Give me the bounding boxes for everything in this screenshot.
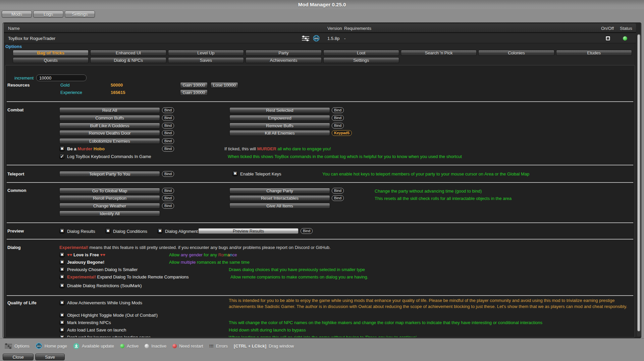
tab-enhanced-ui[interactable]: Enhanced UI xyxy=(90,50,166,56)
dialog-experimental-note: Experimental! means that this feature is… xyxy=(59,245,331,250)
experience-gain-button[interactable]: Gain 10000 xyxy=(180,90,208,96)
murder-hobo-bind-button[interactable]: Bind xyxy=(162,146,174,152)
preview-results-bind-button[interactable]: Bind xyxy=(301,228,313,234)
change-party-bind-button[interactable]: Bind xyxy=(332,188,344,194)
bag-of-tricks-panel: increment Resources Gold 50000 Gain 1000… xyxy=(5,65,635,338)
mod-name[interactable]: ToyBox for RogueTrader xyxy=(8,36,55,41)
scrollbar-thumb[interactable] xyxy=(637,34,640,331)
change-weather-button[interactable]: Change Weather xyxy=(59,203,160,209)
column-requirements[interactable]: Requirements xyxy=(344,26,371,31)
tab-party[interactable]: Party xyxy=(246,50,321,56)
tab-achievements[interactable]: Achievements xyxy=(246,57,321,63)
remove-deaths-door-bind-button[interactable]: Bind xyxy=(162,130,174,136)
tab-colonies[interactable]: Colonies xyxy=(478,50,554,56)
disable-dialog-restrictions-checkbox[interactable]: ✖ xyxy=(59,283,65,288)
vertical-scrollbar[interactable] xyxy=(637,34,641,337)
remove-buffs-bind-button[interactable]: Bind xyxy=(332,123,344,128)
gold-gain-button[interactable]: Gain 10000 xyxy=(180,82,208,88)
tab-etudes[interactable]: Etudes xyxy=(556,50,632,56)
need-restart-status-icon xyxy=(172,344,177,348)
tab-level-up[interactable]: Level Up xyxy=(168,50,244,56)
tab-quests[interactable]: Quests xyxy=(13,57,89,63)
lobotomize-enemies-button[interactable]: Lobotomize Enemies xyxy=(59,138,160,144)
jealousy-begone-checkbox[interactable]: ✖ xyxy=(59,259,65,265)
give-all-items-button[interactable]: Give All Items xyxy=(229,203,330,209)
reset-interactables-button[interactable]: Reset Interactables xyxy=(229,195,330,201)
tab-settings-inner[interactable]: Settings xyxy=(323,57,399,63)
tab-search-n-pick[interactable]: Search 'n Pick xyxy=(401,50,477,56)
reroll-perception-button[interactable]: Reroll Perception xyxy=(59,195,160,201)
empowered-button[interactable]: Empowered xyxy=(229,115,330,121)
reset-interactables-bind-button[interactable]: Bind xyxy=(332,195,344,201)
increment-input[interactable] xyxy=(36,74,87,81)
rest-all-button[interactable]: Rest All xyxy=(59,107,160,113)
mod-onoff-toggle[interactable] xyxy=(605,36,610,41)
mod-options-sliders-icon[interactable] xyxy=(302,36,309,41)
column-status: Status xyxy=(620,26,632,31)
column-version[interactable]: Version xyxy=(327,26,342,31)
gold-lose-button[interactable]: Lose 10000 xyxy=(211,82,238,88)
tab-dialog-npcs[interactable]: Dialog & NPCs xyxy=(90,57,166,63)
disable-dialog-restrictions-label: Disable Dialog Restrictions (SoulMark) xyxy=(67,283,142,288)
no-keypress-wait-checkbox[interactable]: ✖ xyxy=(59,334,65,338)
remove-deaths-door-button[interactable]: Remove Deaths Door xyxy=(59,130,160,136)
dialog-conditions-checkbox[interactable]: ✖ xyxy=(105,228,111,234)
previous-dialog-smaller-checkbox[interactable]: ✖ xyxy=(59,267,65,272)
preview-results-button[interactable]: Preview Results xyxy=(198,228,299,234)
column-name[interactable]: Name xyxy=(8,26,20,31)
mark-npcs-checkbox[interactable]: ✖ xyxy=(59,320,65,325)
object-highlight-checkbox[interactable]: ✖ xyxy=(59,312,65,318)
log-commands-checkbox[interactable]: ✓ xyxy=(59,154,65,159)
remove-buffs-button[interactable]: Remove Buffs xyxy=(229,123,330,128)
rest-all-bind-button[interactable]: Bind xyxy=(162,107,174,113)
auto-load-save-label: Auto load Last Save on launch xyxy=(67,327,126,332)
expand-dialog-checkbox[interactable]: ✖ xyxy=(59,274,65,279)
save-button[interactable]: Save xyxy=(35,354,65,360)
tab-saves[interactable]: Saves xyxy=(168,57,244,63)
home-page-globe-icon: www xyxy=(36,343,42,349)
allow-achievements-checkbox[interactable]: ✖ xyxy=(59,300,65,305)
love-is-free-checkbox[interactable]: ✖ xyxy=(59,252,65,257)
tab-settings[interactable]: Settings xyxy=(65,11,95,17)
log-commands-label: Log ToyBox Keyboard Commands In Game xyxy=(67,154,151,159)
gold-value: 50000 xyxy=(111,83,123,88)
window-titlebar[interactable]: Mod Manager 0.25.0 xyxy=(0,0,644,9)
kill-all-enemies-keybind-button[interactable]: Keypad5 xyxy=(332,130,352,136)
table-row: ToyBox for RogueTrader xyxy=(4,34,636,43)
legend-home-page-label[interactable]: Home page xyxy=(45,344,67,349)
common-buffs-bind-button[interactable]: Bind xyxy=(162,115,174,121)
tab-loot[interactable]: Loot xyxy=(323,50,399,56)
kill-all-enemies-button[interactable]: Kill All Enemies xyxy=(229,130,330,136)
dialog-results-checkbox[interactable]: ✖ xyxy=(59,228,65,234)
teleport-party-bind-button[interactable]: Bind xyxy=(162,171,174,177)
combat-title: Combat xyxy=(7,107,23,112)
identify-all-button[interactable]: Identify All xyxy=(59,211,160,216)
go-to-global-map-button[interactable]: Go To Global Map xyxy=(59,188,160,194)
tab-mods[interactable]: Mods xyxy=(2,11,32,17)
teleport-party-button[interactable]: Teleport Party To You xyxy=(59,171,160,177)
column-onoff: On/Off xyxy=(601,26,614,31)
buff-goddess-button[interactable]: Buff Like A Goddess xyxy=(59,123,160,128)
rest-selected-bind-button[interactable]: Bind xyxy=(332,107,344,113)
common-buffs-button[interactable]: Common Buffs xyxy=(59,115,160,121)
murder-hobo-checkbox[interactable]: ✖ xyxy=(59,146,65,151)
auto-load-save-checkbox[interactable]: ✖ xyxy=(59,327,65,332)
log-commands-help: When ticked this shows ToyBox commands i… xyxy=(228,154,462,159)
lobotomize-enemies-bind-button[interactable]: Bind xyxy=(162,138,174,144)
dialog-alignment-checkbox[interactable]: ✖ xyxy=(157,228,163,234)
change-party-button[interactable]: Change Party xyxy=(229,188,330,194)
go-to-global-map-bind-button[interactable]: Bind xyxy=(162,188,174,194)
reroll-perception-bind-button[interactable]: Bind xyxy=(162,195,174,201)
tab-logs[interactable]: Logs xyxy=(33,11,63,17)
buff-goddess-bind-button[interactable]: Bind xyxy=(162,123,174,128)
rest-selected-button[interactable]: Rest Selected xyxy=(229,107,330,113)
options-sliders-icon xyxy=(5,343,12,349)
mod-homepage-globe-icon[interactable]: www xyxy=(313,35,320,42)
enable-teleport-keys-checkbox[interactable]: ✖ xyxy=(232,171,238,176)
tab-bag-of-tricks[interactable]: Bag of Tricks xyxy=(13,50,89,56)
previous-dialog-smaller-help: Draws dialog choices that you have previ… xyxy=(229,267,365,272)
close-button[interactable]: Close xyxy=(3,354,34,360)
empowered-bind-button[interactable]: Bind xyxy=(332,115,344,121)
teleport-title: Teleport xyxy=(7,171,24,176)
change-weather-bind-button[interactable]: Bind xyxy=(162,203,174,209)
